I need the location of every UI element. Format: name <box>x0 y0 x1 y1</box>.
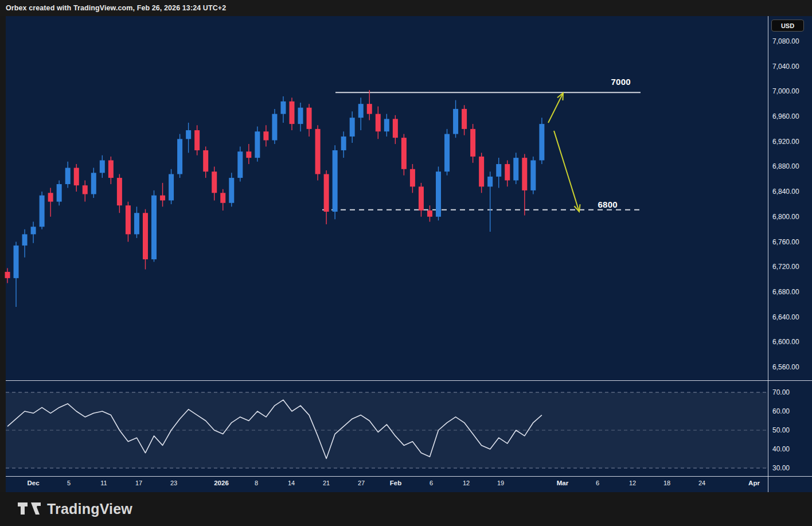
candle <box>522 154 527 216</box>
candle <box>14 242 19 307</box>
candle <box>263 125 268 146</box>
time-tick-label: Dec <box>27 480 39 486</box>
time-tick-label: Feb <box>390 480 401 486</box>
resistance-level-label: 7000 <box>611 77 631 87</box>
rsi-tick-label: 50.00 <box>772 426 790 434</box>
time-tick-label: 19 <box>497 480 504 486</box>
candle <box>108 157 114 184</box>
time-tick-label: 5 <box>67 480 71 486</box>
trend-arrow-up[interactable] <box>548 93 563 123</box>
price-tick-label: 6,640.00 <box>772 313 799 321</box>
candle <box>505 160 510 186</box>
candle <box>203 146 208 178</box>
candle <box>453 100 458 138</box>
time-tick-label: 8 <box>255 480 258 486</box>
time-tick-label: 23 <box>170 480 177 486</box>
trend-arrow-down[interactable] <box>554 131 580 212</box>
candle <box>212 166 217 200</box>
candle <box>65 162 71 188</box>
candle <box>298 103 303 131</box>
candlestick-chart-surface[interactable] <box>0 0 812 526</box>
candle <box>444 129 450 176</box>
time-tick-label: 12 <box>463 480 470 486</box>
candle <box>83 180 88 201</box>
time-tick-label: 2026 <box>214 480 229 486</box>
candle <box>462 105 467 135</box>
rsi-tick-label: 30.00 <box>772 464 790 472</box>
candle <box>194 125 200 155</box>
candle <box>151 190 157 262</box>
footer-bar: TradingView <box>0 492 812 526</box>
price-tick-label: 7,000.00 <box>772 87 799 95</box>
candle <box>376 107 381 139</box>
rsi-tick-label: 60.00 <box>772 407 790 415</box>
time-tick-label: 24 <box>698 480 705 486</box>
candle <box>427 205 432 221</box>
candle <box>479 153 484 193</box>
time-tick-label: 18 <box>663 480 670 486</box>
candle <box>229 173 234 206</box>
price-tick-label: 7,040.00 <box>772 63 799 71</box>
time-tick-label: 14 <box>288 480 295 486</box>
candle <box>307 104 312 137</box>
candle <box>496 158 501 188</box>
price-tick-label: 6,720.00 <box>772 263 799 271</box>
candle <box>280 96 286 123</box>
candle <box>530 157 536 194</box>
candle <box>315 125 321 180</box>
tradingview-brand-text[interactable]: TradingView <box>47 501 132 517</box>
tradingview-logo-icon[interactable] <box>17 501 41 517</box>
candle <box>186 123 191 153</box>
candle <box>100 155 105 178</box>
candle <box>117 174 122 213</box>
price-tick-label: 6,560.00 <box>772 363 799 371</box>
candle <box>5 268 10 283</box>
rsi-tick-label: 40.00 <box>772 445 790 453</box>
time-tick-label: 17 <box>135 480 142 486</box>
price-tick-label: 6,840.00 <box>772 188 799 196</box>
pane-separator-rsi-timeaxis <box>6 476 812 477</box>
candle <box>401 134 407 176</box>
price-tick-label: 7,080.00 <box>772 37 799 45</box>
candle <box>393 115 398 144</box>
candle <box>134 206 139 238</box>
candle <box>237 146 243 181</box>
tradingview-chart-window: Orbex created with TradingView.com, Feb … <box>0 0 812 526</box>
time-tick-label: 6 <box>596 480 599 486</box>
candle <box>160 183 165 207</box>
price-tick-label: 6,960.00 <box>772 112 799 120</box>
candle <box>419 183 424 217</box>
candle <box>487 172 493 232</box>
price-tick-label: 6,680.00 <box>772 288 799 296</box>
time-tick-label: 12 <box>629 480 636 486</box>
candle <box>246 144 251 164</box>
candle <box>22 229 28 258</box>
candle <box>40 192 45 229</box>
candle <box>289 98 294 130</box>
candle <box>324 170 329 224</box>
rsi-tick-label: 70.00 <box>772 388 790 396</box>
currency-toggle-badge[interactable]: USD <box>771 20 804 32</box>
price-tick-label: 6,880.00 <box>772 162 799 170</box>
time-tick-label: Apr <box>748 480 760 486</box>
pane-separator-main-rsi[interactable] <box>6 380 812 381</box>
candle <box>358 98 364 130</box>
candle <box>341 131 346 158</box>
candle <box>177 134 182 178</box>
candle <box>57 180 62 205</box>
support-level-label: 6800 <box>598 200 618 209</box>
candle <box>410 164 415 193</box>
candle <box>272 109 277 144</box>
candle <box>143 209 148 270</box>
time-tick-label: Mar <box>557 480 568 486</box>
price-tick-label: 6,760.00 <box>772 238 799 246</box>
candle <box>470 124 475 163</box>
time-tick-label: 21 <box>323 480 330 486</box>
candle <box>436 166 441 220</box>
time-tick-label: 6 <box>430 480 433 486</box>
candle <box>333 145 338 219</box>
candle <box>220 189 225 211</box>
candle <box>126 202 131 242</box>
candle <box>255 126 260 161</box>
time-tick-label: 27 <box>358 480 365 486</box>
